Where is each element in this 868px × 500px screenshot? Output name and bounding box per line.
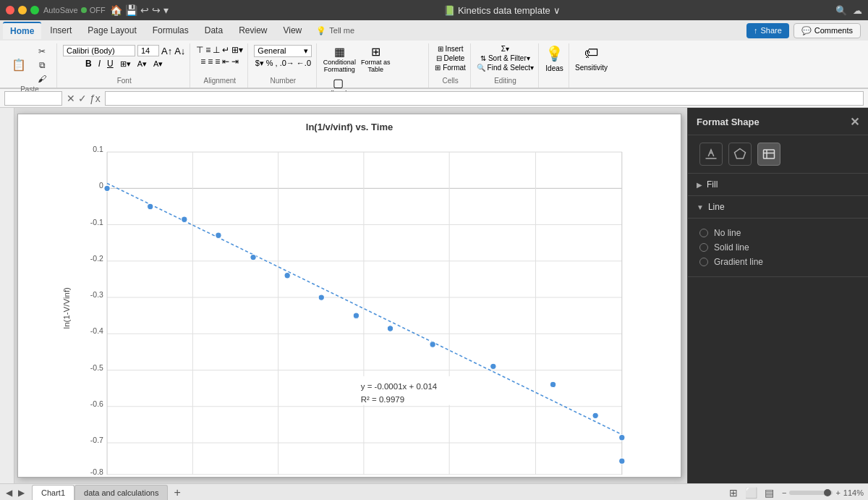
find-select-button[interactable]: 🔍 Find & Select▾ xyxy=(477,64,534,72)
format-as-table-button[interactable]: ⊞ Format as Table xyxy=(359,45,392,73)
svg-point-48 xyxy=(592,412,598,418)
tell-me-button[interactable]: 💡 Tell me xyxy=(310,23,360,38)
insert-function-icon[interactable]: ƒx xyxy=(90,93,101,104)
underline-button[interactable]: U xyxy=(105,58,116,69)
close-panel-button[interactable]: ✕ xyxy=(850,115,859,129)
italic-button[interactable]: I xyxy=(96,58,103,69)
line-section-header[interactable]: ▼ Line xyxy=(688,196,868,219)
increase-indent-button[interactable]: ⇥ xyxy=(231,56,239,67)
fill-section-header[interactable]: ▶ Fill xyxy=(688,174,868,196)
font-family-selector[interactable]: Calibri (Body) xyxy=(63,45,135,56)
confirm-formula-icon[interactable]: ✓ xyxy=(78,93,87,104)
copy-button[interactable]: ⧉ xyxy=(32,59,52,72)
ideas-button[interactable]: Ideas xyxy=(545,64,563,72)
format-shape-pentagon-icon[interactable] xyxy=(728,143,752,166)
decrease-decimal-button[interactable]: ←.0 xyxy=(297,59,311,68)
zoom-slider[interactable] xyxy=(789,491,833,495)
delete-cells-button[interactable]: ⊟ Delete xyxy=(436,54,465,62)
sheet-tab-data[interactable]: data and calculations xyxy=(75,485,168,501)
share-button[interactable]: ↑Share xyxy=(746,23,789,38)
font-color-button[interactable]: A▾ xyxy=(151,59,165,69)
home-icon[interactable]: 🏠 xyxy=(110,4,122,16)
gradient-line-radio[interactable] xyxy=(699,258,708,266)
normal-view-button[interactable]: ⊞ xyxy=(727,486,740,500)
paste-button[interactable]: 📋 xyxy=(7,45,30,85)
zoom-out-button[interactable]: − xyxy=(782,488,786,497)
svg-text:ln(1-V/Vinf): ln(1-V/Vinf) xyxy=(62,287,71,329)
tab-review[interactable]: Review xyxy=(231,22,274,38)
page-layout-view-button[interactable]: ⬜ xyxy=(743,486,760,500)
format-shape-panel: Format Shape ✕ xyxy=(687,108,868,483)
insert-cells-button[interactable]: ⊞ Insert xyxy=(438,45,464,53)
minimize-traffic-light[interactable] xyxy=(18,6,27,14)
align-right-button[interactable]: ≡ xyxy=(215,56,220,67)
percent-button[interactable]: % xyxy=(266,59,273,68)
close-traffic-light[interactable] xyxy=(6,6,14,14)
search-icon[interactable]: 🔍 xyxy=(835,5,847,16)
tab-home[interactable]: Home xyxy=(3,22,41,39)
zoom-in-button[interactable]: + xyxy=(835,488,840,497)
tab-insert[interactable]: Insert xyxy=(43,22,79,38)
cancel-formula-icon[interactable]: ✕ xyxy=(67,93,75,104)
align-center-button[interactable]: ≡ xyxy=(208,56,213,67)
maximize-traffic-light[interactable] xyxy=(30,6,39,14)
fill-color-button[interactable]: A▾ xyxy=(135,59,149,69)
gradient-line-option[interactable]: Gradient line xyxy=(699,255,856,269)
tab-page-layout[interactable]: Page Layout xyxy=(80,22,143,38)
format-painter-button[interactable]: 🖌 xyxy=(32,72,52,85)
redo-icon[interactable]: ↪ xyxy=(152,4,161,16)
add-sheet-button[interactable]: + xyxy=(168,486,186,499)
prev-sheet-button[interactable]: ◀ xyxy=(4,486,14,499)
format-cells-button[interactable]: ⊞ Format xyxy=(435,64,465,72)
save-icon[interactable]: 💾 xyxy=(125,4,137,16)
format-shape-paint-icon[interactable] xyxy=(699,143,723,166)
format-shape-picture-icon[interactable] xyxy=(757,143,780,166)
tab-data[interactable]: Data xyxy=(197,22,230,38)
sensitivity-button[interactable]: Sensitivity xyxy=(575,64,608,72)
chart-container[interactable]: ln(1/v/vinf) vs. Time 0.1 0 -0.1 -0.2 -0… xyxy=(17,114,681,478)
svg-point-50 xyxy=(619,458,625,464)
svg-text:-0.4: -0.4 xyxy=(90,327,103,335)
align-middle-button[interactable]: ≡ xyxy=(205,45,210,55)
tab-formulas[interactable]: Formulas xyxy=(145,22,196,38)
conditional-formatting-button[interactable]: ▦ Conditional Formatting xyxy=(323,45,356,73)
next-sheet-button[interactable]: ▶ xyxy=(17,486,26,499)
svg-point-43 xyxy=(353,313,359,318)
align-left-button[interactable]: ≡ xyxy=(200,56,205,67)
comma-button[interactable]: , xyxy=(276,59,278,68)
solid-line-option[interactable]: Solid line xyxy=(699,240,856,255)
undo-icon[interactable]: ↩ xyxy=(140,4,149,16)
bold-button[interactable]: B xyxy=(83,58,94,69)
autosum-button[interactable]: Σ▾ xyxy=(501,45,509,53)
formula-input[interactable] xyxy=(105,91,864,106)
currency-button[interactable]: $▾ xyxy=(255,59,264,68)
svg-text:-0.5: -0.5 xyxy=(90,364,103,372)
decrease-indent-button[interactable]: ⇤ xyxy=(222,56,229,67)
comments-button[interactable]: 💬Comments xyxy=(793,23,861,38)
borders-button[interactable]: ⊞▾ xyxy=(118,59,133,69)
view-icons: ⊞ ⬜ ▤ xyxy=(727,486,776,500)
dropdown-arrow-icon[interactable]: ▾ xyxy=(163,4,169,16)
no-line-radio[interactable] xyxy=(699,229,708,237)
tab-view[interactable]: View xyxy=(276,22,309,38)
number-format-selector[interactable]: General▾ xyxy=(254,45,312,57)
wrap-text-button[interactable]: ↵ xyxy=(222,45,229,55)
name-box[interactable] xyxy=(4,91,62,106)
increase-decimal-button[interactable]: .0→ xyxy=(280,59,294,68)
align-top-button[interactable]: ⊤ xyxy=(196,45,203,55)
zoom-slider-thumb[interactable] xyxy=(824,489,831,496)
merge-button[interactable]: ⊞▾ xyxy=(231,45,243,55)
decrease-font-button[interactable]: A↓ xyxy=(174,46,185,56)
page-break-view-button[interactable]: ▤ xyxy=(762,486,776,500)
ribbon-group-editing: Σ▾ ⇅ Sort & Filter▾ 🔍 Find & Select▾ Edi… xyxy=(472,43,539,88)
sheet-tab-chart1[interactable]: Chart1 xyxy=(32,485,75,501)
sort-filter-button[interactable]: ⇅ Sort & Filter▾ xyxy=(480,54,530,62)
cloud-icon[interactable]: ☁ xyxy=(853,5,862,16)
solid-line-radio[interactable] xyxy=(699,243,708,252)
increase-font-button[interactable]: A↑ xyxy=(161,46,172,56)
row-number-area xyxy=(0,108,14,483)
no-line-option[interactable]: No line xyxy=(699,226,856,240)
cut-button[interactable]: ✂ xyxy=(32,45,52,58)
align-bottom-button[interactable]: ⊥ xyxy=(213,45,220,55)
font-size-selector[interactable]: 14 xyxy=(137,45,159,56)
